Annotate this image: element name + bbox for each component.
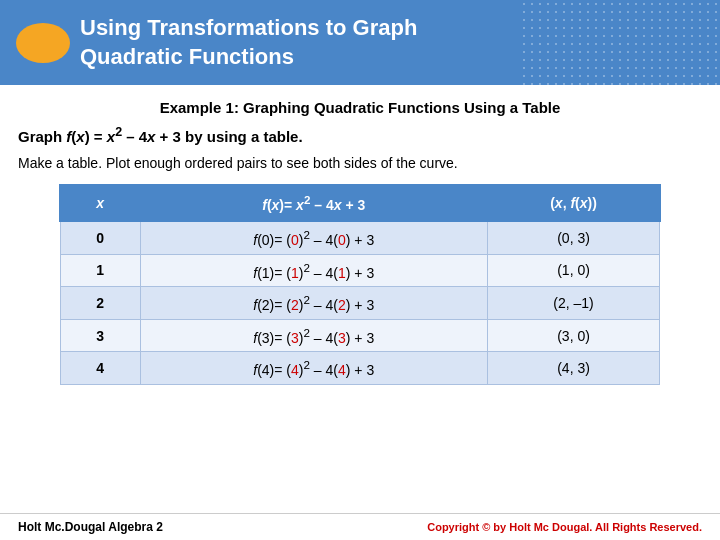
- cell-formula-1: f(1)= (1)2 – 4(1) + 3: [140, 254, 487, 287]
- cell-formula-0: f(0)= (0)2 – 4(0) + 3: [140, 221, 487, 254]
- header-title-line1: Using Transformations to Graph: [80, 15, 417, 40]
- cell-formula-2: f(2)= (2)2 – 4(2) + 3: [140, 287, 487, 320]
- table-row: 0 f(0)= (0)2 – 4(0) + 3 (0, 3): [60, 221, 660, 254]
- table-row: 2 f(2)= (2)2 – 4(2) + 3 (2, –1): [60, 287, 660, 320]
- cell-formula-4: f(4)= (4)2 – 4(4) + 3: [140, 352, 487, 385]
- cell-result-4: (4, 3): [487, 352, 660, 385]
- page: Using Transformations to Graph Quadratic…: [0, 0, 720, 540]
- table-header-row: x f(x)= x2 – 4x + 3 (x, f(x)): [60, 185, 660, 221]
- content-area: Example 1: Graphing Quadratic Functions …: [0, 85, 720, 513]
- table-row: 4 f(4)= (4)2 – 4(4) + 3 (4, 3): [60, 352, 660, 385]
- table-row: 1 f(1)= (1)2 – 4(1) + 3 (1, 0): [60, 254, 660, 287]
- graph-instruction: Graph f(x) = x2 – 4x + 3 by using a tabl…: [18, 124, 702, 147]
- table-row: 3 f(3)= (3)2 – 4(3) + 3 (3, 0): [60, 319, 660, 352]
- cell-formula-3: f(3)= (3)2 – 4(3) + 3: [140, 319, 487, 352]
- col-header-formula: f(x)= x2 – 4x + 3: [140, 185, 487, 221]
- function-table: x f(x)= x2 – 4x + 3 (x, f(x)) 0 f(0)= (0…: [59, 184, 661, 385]
- col-header-result: (x, f(x)): [487, 185, 660, 221]
- table-wrapper: x f(x)= x2 – 4x + 3 (x, f(x)) 0 f(0)= (0…: [18, 184, 702, 385]
- cell-x-2: 2: [60, 287, 140, 320]
- header-oval-decoration: [16, 23, 70, 63]
- footer-copyright: Copyright © by Holt Mc Dougal. All Right…: [427, 521, 702, 533]
- cell-x-4: 4: [60, 352, 140, 385]
- cell-result-1: (1, 0): [487, 254, 660, 287]
- example-title: Example 1: Graphing Quadratic Functions …: [18, 97, 702, 118]
- cell-result-0: (0, 3): [487, 221, 660, 254]
- cell-x-1: 1: [60, 254, 140, 287]
- header-title-line2: Quadratic Functions: [80, 44, 294, 69]
- cell-result-3: (3, 0): [487, 319, 660, 352]
- description: Make a table. Plot enough ordered pairs …: [18, 153, 702, 174]
- cell-x-3: 3: [60, 319, 140, 352]
- col-header-x: x: [60, 185, 140, 221]
- header: Using Transformations to Graph Quadratic…: [0, 0, 720, 85]
- cell-result-2: (2, –1): [487, 287, 660, 320]
- cell-x-0: 0: [60, 221, 140, 254]
- footer-brand: Holt Mc.Dougal Algebra 2: [18, 520, 163, 534]
- header-title: Using Transformations to Graph Quadratic…: [80, 14, 417, 71]
- footer: Holt Mc.Dougal Algebra 2 Copyright © by …: [0, 513, 720, 540]
